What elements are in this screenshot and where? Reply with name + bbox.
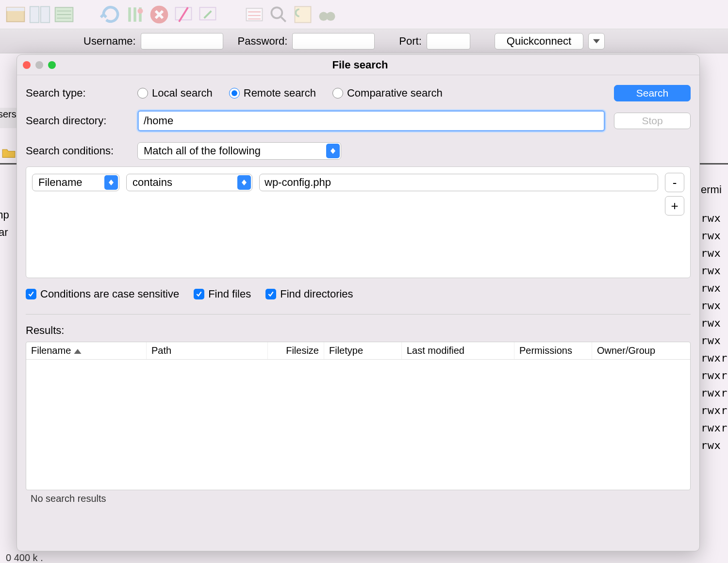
- dialog-title: File search: [56, 59, 664, 71]
- search-icon[interactable]: [268, 5, 289, 24]
- filter-icon[interactable]: [244, 5, 265, 24]
- case-sensitive-checkbox[interactable]: Conditions are case sensitive: [26, 288, 179, 300]
- svg-rect-1: [7, 7, 25, 11]
- maximize-icon[interactable]: [48, 61, 56, 69]
- search-button[interactable]: Search: [614, 85, 691, 101]
- refresh-icon[interactable]: [100, 5, 121, 24]
- remove-condition-button[interactable]: -: [665, 173, 684, 192]
- stop-button[interactable]: Stop: [614, 113, 691, 129]
- main-toolbar: [0, 0, 728, 29]
- quickconnect-dropdown-icon[interactable]: [588, 33, 605, 50]
- folder-icon: [2, 148, 16, 158]
- compare-icon[interactable]: [292, 5, 314, 24]
- col-permissions[interactable]: Permissions: [514, 342, 592, 359]
- divider: [26, 314, 691, 315]
- reconnect-icon[interactable]: [197, 5, 218, 24]
- results-label: Results:: [26, 324, 691, 337]
- cancel-icon[interactable]: [149, 5, 170, 24]
- search-directory-input[interactable]: [137, 110, 605, 132]
- file-search-dialog: File search Search type: Local search Re…: [17, 54, 700, 551]
- dialog-status: No search results: [26, 490, 691, 507]
- condition-field-select[interactable]: Filename: [32, 174, 119, 191]
- site-manager-icon[interactable]: [5, 5, 26, 24]
- username-input[interactable]: [141, 33, 223, 50]
- svg-rect-2: [30, 6, 39, 22]
- col-owner-group[interactable]: Owner/Group: [592, 342, 670, 359]
- bg-sers-fragment: sers: [0, 108, 17, 128]
- bg-sar-fragment: sar: [0, 226, 8, 239]
- minimize-icon[interactable]: [35, 61, 43, 69]
- disconnect-icon[interactable]: [173, 5, 194, 24]
- toggle-tree-icon[interactable]: [53, 5, 75, 24]
- queue-process-icon[interactable]: [124, 5, 146, 24]
- svg-point-5: [138, 8, 143, 14]
- col-last-modified[interactable]: Last modified: [402, 342, 514, 359]
- col-path[interactable]: Path: [147, 342, 268, 359]
- radio-remote-search[interactable]: Remote search: [229, 87, 316, 99]
- results-header: Filename Path Filesize Filetype Last mod…: [26, 342, 690, 360]
- bg-perms-fragment: rwx rwx rwx rwx rwx rwx rwx rwx rwxr rwx…: [701, 210, 728, 454]
- conditions-box: Filename contains - +: [26, 166, 691, 278]
- bg-ermi-fragment: ermi: [701, 183, 722, 196]
- condition-row: Filename contains -: [32, 173, 684, 192]
- match-mode-select[interactable]: Match all of the following: [137, 142, 341, 160]
- find-directories-checkbox[interactable]: Find directories: [265, 288, 353, 300]
- svg-rect-3: [41, 6, 50, 22]
- svg-point-10: [271, 7, 282, 18]
- svg-point-13: [326, 12, 335, 20]
- col-filesize[interactable]: Filesize: [268, 342, 324, 359]
- port-label: Port:: [399, 35, 421, 48]
- radio-comparative-search[interactable]: Comparative search: [332, 87, 443, 99]
- chevron-updown-icon: [326, 144, 340, 158]
- radio-local-search[interactable]: Local search: [137, 87, 213, 99]
- sort-ascending-icon: [74, 345, 82, 356]
- bg-statusbar-fragment: 0 400 k .: [6, 552, 43, 563]
- quickconnect-bar: Username: Password: Port: Quickconnect: [0, 29, 728, 53]
- condition-value-input[interactable]: [259, 174, 658, 191]
- quickconnect-button[interactable]: Quickconnect: [495, 33, 583, 50]
- col-filetype[interactable]: Filetype: [324, 342, 402, 359]
- search-directory-label: Search directory:: [26, 115, 137, 127]
- chevron-updown-icon: [237, 175, 251, 190]
- password-label: Password:: [238, 35, 288, 48]
- password-input[interactable]: [292, 33, 375, 50]
- add-condition-button[interactable]: +: [665, 196, 684, 215]
- dialog-titlebar[interactable]: File search: [17, 55, 699, 75]
- search-type-label: Search type:: [26, 87, 137, 99]
- bg-php-fragment: php: [0, 209, 9, 221]
- condition-operator-select[interactable]: contains: [126, 174, 252, 191]
- toggle-log-icon[interactable]: [29, 5, 50, 24]
- results-table: Filename Path Filesize Filetype Last mod…: [26, 342, 691, 490]
- close-icon[interactable]: [23, 61, 31, 69]
- chevron-updown-icon: [104, 175, 118, 190]
- find-files-checkbox[interactable]: Find files: [194, 288, 251, 300]
- username-label: Username:: [83, 35, 136, 48]
- search-conditions-label: Search conditions:: [26, 145, 137, 157]
- binoculars-icon[interactable]: [316, 5, 338, 24]
- col-filename[interactable]: Filename: [26, 342, 147, 359]
- port-input[interactable]: [427, 33, 470, 50]
